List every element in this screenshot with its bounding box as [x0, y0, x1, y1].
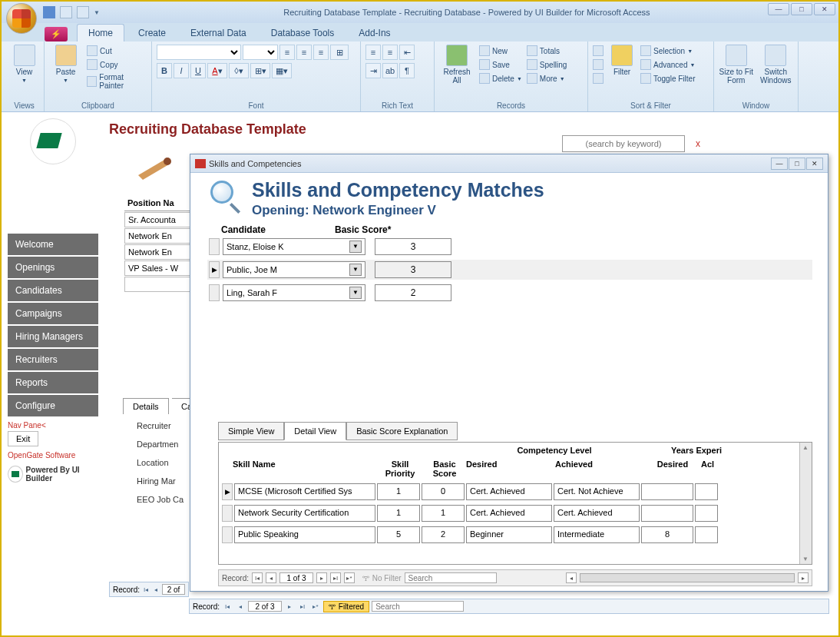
- skill-priority-cell[interactable]: 1: [377, 483, 420, 500]
- alt-color-button[interactable]: ▦▾: [272, 63, 292, 78]
- exit-button[interactable]: Exit: [8, 431, 38, 446]
- ribbon-tab-special[interactable]: ⚡: [45, 27, 68, 41]
- align-left-button[interactable]: ≡: [279, 45, 295, 60]
- candidate-select[interactable]: Stanz, Eloise K▼: [223, 238, 365, 255]
- recnav-last-button[interactable]: ▸I: [330, 572, 341, 583]
- subtab-explanation[interactable]: Basic Score Explanation: [346, 422, 458, 440]
- years-desired-cell[interactable]: [641, 483, 693, 500]
- bullets-button[interactable]: ≡: [365, 45, 381, 60]
- chevron-down-icon[interactable]: ▼: [349, 287, 362, 299]
- years-desired-cell[interactable]: [641, 505, 693, 522]
- maximize-button[interactable]: □: [791, 3, 812, 15]
- office-button[interactable]: [6, 3, 37, 34]
- ribbon-tab-dbtools[interactable]: Database Tools: [260, 25, 346, 41]
- font-family-select[interactable]: [157, 45, 241, 60]
- copy-button[interactable]: Copy: [87, 58, 147, 71]
- new-button[interactable]: New: [479, 45, 522, 57]
- sidebar-item-configure[interactable]: Configure: [8, 395, 98, 416]
- orn2-new[interactable]: ▸*: [310, 601, 321, 612]
- skill-score-cell[interactable]: 2: [422, 526, 465, 543]
- skill-row-selector[interactable]: [222, 505, 233, 522]
- chevron-down-icon[interactable]: ▼: [349, 241, 362, 253]
- orn2-next[interactable]: ▸: [284, 601, 295, 612]
- orn1-prev[interactable]: ◂: [152, 584, 160, 595]
- sidebar-item-welcome[interactable]: Welcome: [8, 234, 98, 255]
- tab-details[interactable]: Details: [123, 398, 169, 414]
- orn2-prev[interactable]: ◂: [235, 601, 246, 612]
- skill-row-selector[interactable]: ▶: [222, 483, 233, 500]
- skill-desired-cell[interactable]: Cert. Achieved: [466, 483, 552, 500]
- ribbon-tab-external[interactable]: External Data: [180, 25, 257, 41]
- chevron-down-icon[interactable]: ▼: [349, 264, 362, 276]
- dialog-maximize-button[interactable]: □: [789, 158, 805, 170]
- position-row[interactable]: Network En: [124, 228, 193, 244]
- sidebar-item-recruiters[interactable]: Recruiters: [8, 349, 98, 370]
- candidate-row-selector[interactable]: [209, 238, 220, 255]
- dialog-minimize-button[interactable]: —: [771, 158, 788, 170]
- orn2-first[interactable]: I◂: [222, 601, 233, 612]
- orn2-search[interactable]: [372, 601, 464, 612]
- skill-name-cell[interactable]: Network Security Certification: [234, 505, 375, 522]
- skill-achieved-cell[interactable]: Cert. Not Achieve: [554, 483, 640, 500]
- hscroll-right-button[interactable]: ▸: [798, 572, 809, 583]
- delete-button[interactable]: Delete▼: [479, 72, 522, 85]
- rtl-button[interactable]: ¶: [399, 63, 415, 78]
- position-new-row[interactable]: [124, 277, 193, 292]
- undo-icon[interactable]: [60, 6, 72, 18]
- skill-achieved-cell[interactable]: Intermediate: [554, 526, 640, 543]
- position-row[interactable]: VP Sales - W: [124, 260, 193, 276]
- advanced-button[interactable]: Advanced▼: [640, 58, 695, 71]
- position-row[interactable]: Network En: [124, 244, 193, 260]
- save-button[interactable]: Save: [479, 58, 522, 71]
- recnav-search-input[interactable]: [405, 572, 497, 583]
- skill-desired-cell[interactable]: Beginner: [466, 526, 552, 543]
- vertical-scrollbar[interactable]: [799, 443, 812, 564]
- hscroll-left-button[interactable]: ◂: [566, 572, 577, 583]
- recnav-position-input[interactable]: [279, 572, 313, 583]
- grid-icon[interactable]: ⊞: [330, 45, 349, 60]
- numbering-button[interactable]: ≡: [382, 45, 398, 60]
- recnav-new-button[interactable]: ▸*: [344, 572, 355, 583]
- nav-pane-toggle[interactable]: Nav Pane<: [8, 421, 98, 430]
- skill-name-cell[interactable]: MCSE (Microsoft Certified Sys: [234, 483, 375, 500]
- search-input[interactable]: [562, 135, 685, 152]
- orn1-first[interactable]: I◂: [142, 584, 150, 595]
- skill-priority-cell[interactable]: 5: [377, 526, 420, 543]
- sidebar-item-openings[interactable]: Openings: [8, 257, 98, 278]
- underline-button[interactable]: U: [190, 63, 206, 78]
- sort-desc-button[interactable]: [593, 58, 604, 71]
- view-button[interactable]: View▼: [9, 45, 39, 83]
- skill-desired-cell[interactable]: Cert. Achieved: [466, 505, 552, 522]
- candidate-row-selector[interactable]: ▶: [209, 261, 220, 278]
- years-achieved-cell[interactable]: [695, 483, 718, 500]
- sidebar-item-reports[interactable]: Reports: [8, 372, 98, 393]
- years-achieved-cell[interactable]: [695, 505, 718, 522]
- subtab-simple[interactable]: Simple View: [218, 422, 284, 440]
- skill-achieved-cell[interactable]: Cert. Achieved: [554, 505, 640, 522]
- align-right-button[interactable]: ≡: [313, 45, 329, 60]
- filter-button[interactable]: Filter: [608, 45, 636, 76]
- dialog-titlebar[interactable]: Skills and Competencies — □ ✕: [190, 154, 828, 173]
- font-size-select[interactable]: [243, 45, 278, 60]
- sidebar-item-candidates[interactable]: Candidates: [8, 280, 98, 301]
- recnav-prev-button[interactable]: ◂: [266, 572, 276, 583]
- ribbon-tab-home[interactable]: Home: [77, 24, 124, 41]
- toggle-filter-button[interactable]: Toggle Filter: [640, 72, 695, 85]
- gridlines-button[interactable]: ⊞▾: [250, 63, 270, 78]
- candidate-select[interactable]: Ling, Sarah F▼: [223, 284, 365, 301]
- save-icon[interactable]: [43, 6, 55, 18]
- ribbon-tab-create[interactable]: Create: [127, 25, 177, 41]
- redo-icon[interactable]: [77, 6, 89, 18]
- align-center-button[interactable]: ≡: [296, 45, 312, 60]
- ltr-button[interactable]: ab: [382, 63, 398, 78]
- skill-name-cell[interactable]: Public Speaking: [234, 526, 375, 543]
- skill-row-selector[interactable]: [222, 526, 233, 543]
- cut-button[interactable]: Cut: [87, 45, 147, 57]
- switch-windows-button[interactable]: Switch Windows: [759, 45, 794, 85]
- clear-search-icon[interactable]: x: [696, 138, 700, 149]
- filtered-badge[interactable]: 🝖 Filtered: [323, 601, 369, 612]
- selection-button[interactable]: Selection▼: [640, 45, 695, 57]
- orn2-pos[interactable]: [248, 601, 282, 612]
- sidebar-item-hiring-managers[interactable]: Hiring Managers: [8, 326, 98, 347]
- ribbon-tab-addins[interactable]: Add-Ins: [348, 25, 401, 41]
